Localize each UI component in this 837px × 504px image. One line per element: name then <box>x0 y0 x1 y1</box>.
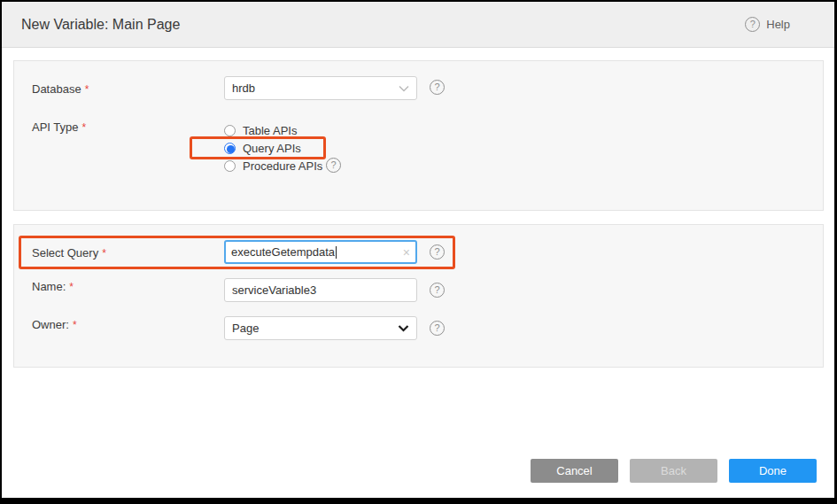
radio-query-apis-label: Query APIs <box>243 142 301 155</box>
radio-unselected-icon <box>224 125 236 136</box>
owner-select-value: Page <box>232 322 259 335</box>
required-asterisk: * <box>82 121 87 134</box>
dialog-title: New Variable: Main Page <box>21 17 745 33</box>
radio-selected-icon <box>224 143 236 154</box>
database-label: Database* <box>32 82 89 96</box>
required-asterisk: * <box>73 319 77 331</box>
required-asterisk: * <box>102 247 106 260</box>
select-query-value: executeGetempdata <box>231 245 335 259</box>
required-asterisk: * <box>85 83 89 96</box>
select-query-input[interactable]: executeGetempdata × <box>224 240 417 264</box>
api-type-help-icon[interactable]: ? <box>326 158 341 173</box>
text-caret <box>336 246 337 259</box>
chevron-down-icon <box>398 324 409 332</box>
database-select[interactable]: hrdb <box>224 76 417 100</box>
database-api-panel: Database* hrdb ? API Type* Table APIs Qu… <box>13 60 824 211</box>
cancel-button[interactable]: Cancel <box>531 459 618 483</box>
select-query-help-icon[interactable]: ? <box>430 244 445 260</box>
required-asterisk: * <box>69 281 74 293</box>
chevron-down-icon <box>399 85 409 92</box>
help-question-icon: ? <box>745 17 760 32</box>
dialog-new-variable: New Variable: Main Page ? Help Database*… <box>2 2 834 498</box>
name-help-icon[interactable]: ? <box>430 283 445 298</box>
help-label: Help <box>766 18 790 31</box>
radio-table-apis-label: Table APIs <box>243 124 297 137</box>
done-button[interactable]: Done <box>729 459 817 483</box>
help-link[interactable]: ? Help <box>745 17 790 32</box>
radio-procedure-apis-label: Procedure APIs <box>243 159 322 173</box>
query-details-panel: Select Query* executeGetempdata × ? Name… <box>13 224 824 368</box>
database-help-icon[interactable]: ? <box>430 80 445 95</box>
radio-procedure-apis[interactable]: Procedure APIs <box>224 159 322 173</box>
dialog-header: New Variable: Main Page ? Help <box>2 2 834 48</box>
radio-query-apis[interactable]: Query APIs <box>224 141 301 155</box>
database-select-value: hrdb <box>232 81 255 95</box>
radio-unselected-icon <box>224 160 236 172</box>
owner-select[interactable]: Page <box>224 316 417 340</box>
owner-label: Owner:* <box>32 318 77 331</box>
name-input[interactable] <box>224 278 417 302</box>
select-query-label: Select Query* <box>32 246 106 260</box>
name-label: Name:* <box>32 280 74 293</box>
owner-help-icon[interactable]: ? <box>430 321 445 336</box>
clear-icon[interactable]: × <box>403 246 410 259</box>
radio-table-apis[interactable]: Table APIs <box>224 123 297 137</box>
api-type-label: API Type* <box>32 120 86 134</box>
back-button[interactable]: Back <box>630 459 717 483</box>
